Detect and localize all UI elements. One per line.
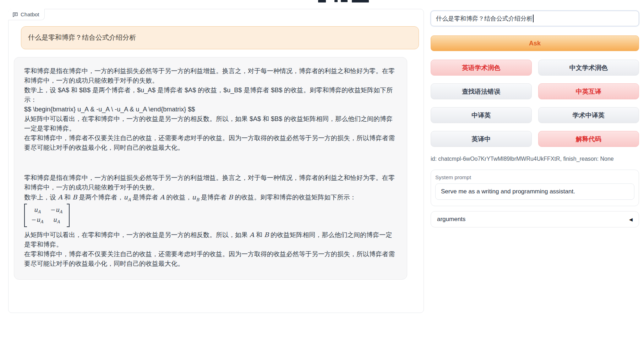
chatbot-icon [12, 12, 18, 17]
bot-raw-latex: $$ \begin{bmatrix} u_A & -u_A \ -u_A & u… [24, 105, 397, 114]
btn-academic-zh-to-en[interactable]: 学术中译英 [538, 107, 639, 123]
bot-rendered-p1: 零和博弈是指在博弈中，一方的利益损失必然等于另一方的利益增益。换言之，对于每一种… [24, 173, 397, 192]
chat-messages: 什么是零和博弈？结合公式介绍分析 零和博弈是指在博弈中，一方的利益损失必然等于另… [9, 9, 424, 280]
question-input-value: 什么是零和博弈？结合公式介绍分析 [436, 15, 533, 23]
controls-column: 什么是零和博弈？结合公式介绍分析 Ask 英语学术润色 中文学术润色 查找语法错… [431, 0, 639, 227]
text-caret [533, 15, 534, 22]
bot-rendered-block: 零和博弈是指在博弈中，一方的利益损失必然等于另一方的利益增益。换言之，对于每一种… [24, 173, 397, 269]
matrix-cell: −uA [31, 215, 43, 225]
arguments-accordion[interactable]: arguments ◀ [431, 211, 639, 227]
bot-message: 零和博弈是指在博弈中，一方的利益损失必然等于另一方的利益增益。换言之，对于每一种… [14, 57, 407, 280]
clipped-page-heading [318, 0, 371, 3]
btn-zh-to-en[interactable]: 中译英 [431, 107, 532, 123]
bot-raw-p1: 零和博弈是指在博弈中，一方的利益损失必然等于另一方的利益增益。换言之，对于每一种… [24, 66, 397, 86]
matrix-cell: uA [31, 205, 43, 215]
chatbot-label-text: Chatbot [21, 11, 39, 17]
user-message: 什么是零和博弈？结合公式介绍分析 [21, 26, 419, 49]
system-prompt-input[interactable]: Serve me as a writing and programming as… [435, 183, 634, 200]
chatbot-label: Chatbot [8, 9, 45, 20]
chatbot-panel: Chatbot 什么是零和博弈？结合公式介绍分析 零和博弈是指在博弈中，一方的利… [8, 9, 424, 313]
bot-rendered-p5: 在零和博弈中，博弈者不仅要关注自己的收益，还需要考虑对手的收益。因为一方取得的收… [24, 249, 397, 269]
question-input[interactable]: 什么是零和博弈？结合公式介绍分析 [431, 11, 639, 26]
btn-en-to-zh[interactable]: 英译中 [431, 131, 532, 147]
response-meta: id: chatcmpl-6wOo7KrYTwMl89lbrMWRu4UkFFX… [431, 156, 639, 162]
matrix-left-bracket [24, 204, 27, 227]
btn-english-academic-polish[interactable]: 英语学术润色 [431, 60, 532, 76]
preset-actions-grid: 英语学术润色 中文学术润色 查找语法错误 中英互译 中译英 学术中译英 英译中 … [431, 60, 639, 147]
btn-chinese-academic-polish[interactable]: 中文学术润色 [538, 60, 639, 76]
ask-button[interactable]: Ask [431, 35, 639, 51]
matrix-right-bracket [67, 204, 70, 227]
system-prompt-label: System prompt [435, 174, 634, 180]
bot-raw-p2: 数学上，设 $A$ 和 $B$ 是两个博弈者，$u_A$ 是博弈者 $A$ 的收… [24, 86, 397, 105]
payoff-matrix: uA −uA −uA uA [24, 204, 70, 227]
arguments-accordion-label: arguments [437, 216, 465, 223]
matrix-cell: uA [50, 215, 62, 225]
bot-raw-p4: 从矩阵中可以看出，在零和博弈中，一方的收益是另一方的相反数。所以，如果 $A$ … [24, 114, 397, 133]
bot-rendered-p4: 从矩阵中可以看出，在零和博弈中，一方的收益是另一方的相反数。所以，如果 A 和 … [24, 230, 397, 249]
accordion-collapsed-icon: ◀ [629, 217, 633, 222]
matrix-cell: −uA [50, 205, 62, 215]
user-message-text: 什么是零和博弈？结合公式介绍分析 [28, 34, 136, 41]
btn-find-grammar-errors[interactable]: 查找语法错误 [431, 83, 532, 99]
bot-raw-block: 零和博弈是指在博弈中，一方的利益损失必然等于另一方的利益增益。换言之，对于每一种… [24, 66, 397, 153]
bot-raw-p5: 在零和博弈中，博弈者不仅要关注自己的收益，还需要考虑对手的收益。因为一方取得的收… [24, 133, 397, 153]
btn-explain-code[interactable]: 解释代码 [538, 131, 639, 147]
btn-zh-en-mutual-translation[interactable]: 中英互译 [538, 83, 639, 99]
system-prompt-group: System prompt Serve me as a writing and … [431, 170, 639, 206]
bot-rendered-p2: 数学上，设 A 和 B 是两个博弈者，uA 是博弈者 A 的收益，uB 是博弈者… [24, 192, 397, 203]
